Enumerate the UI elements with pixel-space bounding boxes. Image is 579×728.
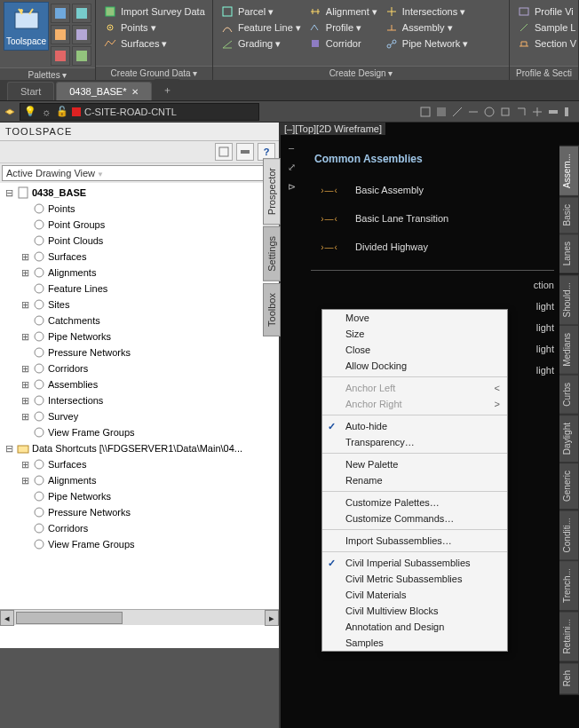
tab-file[interactable]: 0438_BASE*✕ <box>56 82 152 100</box>
expander-icon[interactable]: ⊞ <box>20 251 30 263</box>
palette-tab[interactable]: Reh <box>559 662 579 694</box>
featureline-button[interactable]: Feature Line ▾ <box>218 20 303 36</box>
palette-tab[interactable]: Trench... <box>559 560 579 611</box>
tree-item[interactable]: Point Clouds <box>0 233 279 249</box>
expander-icon[interactable]: ⊟ <box>4 443 14 455</box>
alignment-button[interactable]: Alignment ▾ <box>306 4 379 20</box>
palette-tab[interactable]: Basic <box>559 196 579 233</box>
tree-item[interactable]: Pipe Networks <box>0 488 279 504</box>
close-icon[interactable]: ✕ <box>131 87 139 97</box>
mini-btn-2[interactable] <box>72 4 91 23</box>
tree-item[interactable]: Point Groups <box>0 217 279 233</box>
tree-item[interactable]: Pressure Networks <box>0 344 279 360</box>
qa-icon-7[interactable] <box>515 106 527 118</box>
palette-tab[interactable]: Should... <box>559 274 579 325</box>
ctx-rename[interactable]: Rename <box>322 472 507 488</box>
tree-item[interactable]: ⊞Alignments <box>0 472 279 488</box>
tree-item[interactable]: Feature Lines <box>0 281 279 297</box>
scroll-right-arrow[interactable]: ▸ <box>265 610 279 626</box>
expander-icon[interactable]: ⊟ <box>4 187 14 199</box>
ctx-size[interactable]: Size <box>322 326 507 342</box>
import-survey-button[interactable]: Import Survey Data <box>101 4 207 20</box>
ctx-civil-materials[interactable]: Civil Materials <box>322 587 507 603</box>
ctx-samples[interactable]: Samples <box>322 635 507 651</box>
assembly-item-partial[interactable]: ction <box>355 280 554 290</box>
minus-icon[interactable]: – <box>284 142 298 156</box>
palette-tab[interactable]: Assem... <box>559 146 579 196</box>
expander-icon[interactable]: ⊞ <box>20 363 30 375</box>
palette-tab[interactable]: Daylight <box>559 415 579 463</box>
ctx-new-palette[interactable]: New Palette <box>322 456 507 472</box>
tree-item[interactable]: Pressure Networks <box>0 504 279 520</box>
ts-btn-1[interactable] <box>215 143 233 161</box>
expander-icon[interactable]: ⊞ <box>20 475 30 487</box>
tree-item[interactable]: ⊞Assemblies <box>0 376 279 392</box>
tree-item[interactable]: ⊟Data Shortcuts [\\FDGSERVER1\Data\Main\… <box>0 440 279 456</box>
tab-start[interactable]: Start <box>7 82 54 100</box>
ctx-transparency[interactable]: Transparency… <box>322 434 507 450</box>
layer-selector[interactable]: 💡 ☼ 🔓 C-SITE-ROAD-CNTL <box>20 103 259 121</box>
qa-icon-4[interactable] <box>467 106 480 118</box>
mini-btn-4[interactable] <box>72 25 91 44</box>
tree-item[interactable]: Corridors <box>0 520 279 536</box>
prospector-tree[interactable]: ⊟0438_BASEPointsPoint GroupsPoint Clouds… <box>0 183 279 609</box>
palette-tab[interactable]: Generic <box>559 463 579 510</box>
mini-btn-3[interactable] <box>51 25 70 44</box>
assembly-item[interactable]: ›—‹Basic Lane Transition <box>311 204 554 233</box>
intersections-button[interactable]: Intersections ▾ <box>383 4 470 20</box>
palette-tab[interactable]: Retaini... <box>559 611 579 661</box>
tree-item[interactable]: ⊞Corridors <box>0 360 279 376</box>
tree-item[interactable]: ⊞Alignments <box>0 265 279 281</box>
profileview-button[interactable]: Profile Vi <box>515 4 578 20</box>
corridor-button[interactable]: Corridor <box>306 36 379 51</box>
assembly-item[interactable]: ›—‹Basic Assembly <box>311 176 554 204</box>
qa-icon-3[interactable] <box>451 106 464 118</box>
ribbon-title-sections[interactable]: Profile & Secti <box>510 66 578 80</box>
expander-icon[interactable]: ⊞ <box>20 411 30 423</box>
profile-button[interactable]: Profile ▾ <box>306 20 379 36</box>
ctx-annotation-design[interactable]: Annotation and Design <box>322 619 507 635</box>
palette-tab[interactable]: Conditi... <box>559 510 579 560</box>
viewport-label[interactable]: [–][Top][2D Wireframe] <box>281 123 385 135</box>
ctx-allow-docking[interactable]: Allow Docking <box>322 358 507 374</box>
tree-item[interactable]: Points <box>0 201 279 217</box>
toolspace-tab-toolbox[interactable]: Toolbox <box>263 283 281 336</box>
tree-item[interactable]: ⊞Sites <box>0 297 279 313</box>
expander-icon[interactable]: ⊞ <box>20 331 30 343</box>
h-scrollbar[interactable]: ◂ ▸ <box>0 609 279 625</box>
qa-icon-6[interactable] <box>499 106 512 118</box>
samplelines-button[interactable]: Sample L <box>515 20 578 36</box>
toolspace-button[interactable]: Toolspace <box>4 2 49 51</box>
expand-icon[interactable]: ⤢ <box>284 162 298 176</box>
mini-btn-6[interactable] <box>72 46 91 66</box>
assembly-button[interactable]: Assembly ▾ <box>383 20 470 36</box>
ctx-move[interactable]: Move <box>322 310 507 326</box>
scroll-thumb[interactable] <box>16 612 123 624</box>
qa-icon-5[interactable] <box>483 106 496 118</box>
expander-icon[interactable]: ⊞ <box>20 299 30 311</box>
ctx-civil-multiview[interactable]: Civil Multiview Blocks <box>322 603 507 619</box>
qa-icon-1[interactable] <box>419 106 432 118</box>
grading-button[interactable]: Grading ▾ <box>218 36 303 51</box>
ctx-customize-palettes[interactable]: Customize Palettes… <box>322 495 507 510</box>
scroll-left-arrow[interactable]: ◂ <box>0 610 14 626</box>
tree-item[interactable]: View Frame Groups <box>0 536 279 552</box>
expander-icon[interactable]: ⊞ <box>20 267 30 279</box>
palette-tab[interactable]: Lanes <box>559 233 579 273</box>
ts-btn-2[interactable] <box>236 143 254 161</box>
qa-icon-8[interactable] <box>531 106 543 118</box>
parcel-button[interactable]: Parcel ▾ <box>218 4 303 20</box>
toolspace-tab-settings[interactable]: Settings <box>263 226 281 281</box>
view-selector[interactable]: Active Drawing View▼ <box>2 165 277 181</box>
sectionview-button[interactable]: Section V <box>515 36 578 51</box>
qa-icon-9[interactable] <box>547 106 559 118</box>
ribbon-title-palettes[interactable]: Palettes ▾ <box>0 67 95 80</box>
expander-icon[interactable]: ⊞ <box>20 395 30 407</box>
toolspace-tab-prospector[interactable]: Prospector <box>263 158 281 225</box>
tree-item[interactable]: ⊞Surfaces <box>0 249 279 265</box>
ctx-import-subassemblies[interactable]: Import Subassemblies… <box>322 533 507 549</box>
pipenetwork-button[interactable]: Pipe Network ▾ <box>383 36 470 51</box>
qa-icon-2[interactable] <box>435 106 448 118</box>
ctx-close[interactable]: Close <box>322 342 507 358</box>
surfaces-button[interactable]: Surfaces ▾ <box>101 36 207 51</box>
